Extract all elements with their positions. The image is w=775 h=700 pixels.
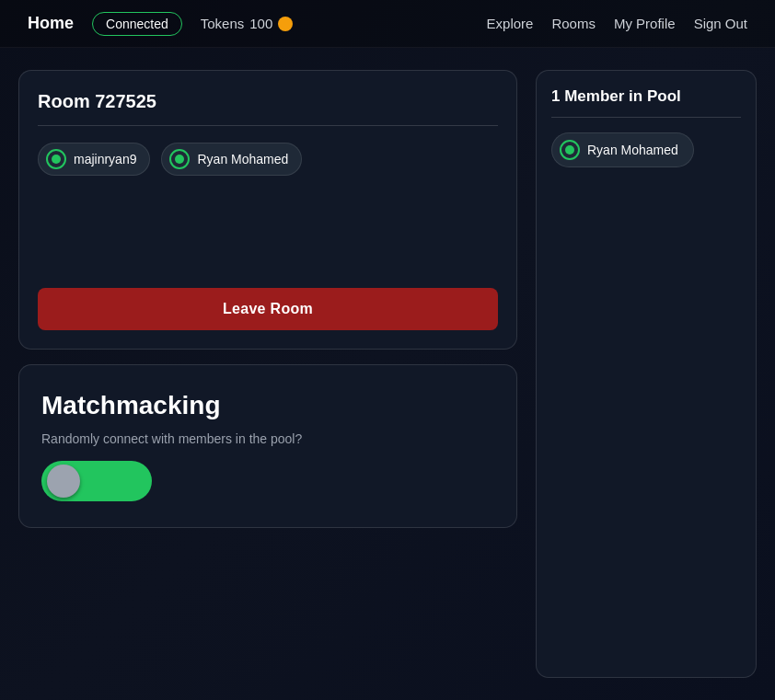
- matchmaking-toggle-wrapper: [41, 461, 494, 501]
- token-dot-icon: [278, 17, 293, 31]
- tokens-label: Tokens: [201, 16, 245, 31]
- tokens-count: 100: [249, 16, 272, 31]
- member-name-ryan-mohamed: Ryan Mohamed: [197, 152, 288, 166]
- left-panel: Room 727525 majinryan9 Ryan Mohamed Leav…: [18, 70, 517, 678]
- member-status-icon-majinryan9: [46, 149, 66, 169]
- pool-panel: 1 Member in Pool Ryan Mohamed: [536, 70, 757, 678]
- matchmaking-subtitle: Randomly connect with members in the poo…: [41, 431, 494, 446]
- nav-connected-badge: Connected: [92, 12, 182, 36]
- matchmaking-card: Matchmacking Randomly connect with membe…: [18, 364, 517, 528]
- nav-home[interactable]: Home: [28, 14, 74, 33]
- nav-rooms[interactable]: Rooms: [551, 16, 596, 31]
- member-name-majinryan9: majinryan9: [74, 152, 136, 166]
- leave-room-button[interactable]: Leave Room: [38, 288, 498, 330]
- nav-sign-out[interactable]: Sign Out: [694, 16, 747, 31]
- room-members-list: majinryan9 Ryan Mohamed: [38, 143, 498, 271]
- room-title: Room 727525: [38, 91, 498, 126]
- toggle-thumb: [47, 465, 80, 498]
- room-card: Room 727525 majinryan9 Ryan Mohamed Leav…: [18, 70, 517, 350]
- pool-member-name: Ryan Mohamed: [587, 143, 678, 157]
- navbar: Home Connected Tokens 100 Explore Rooms …: [0, 0, 775, 48]
- matchmaking-title: Matchmacking: [41, 391, 494, 420]
- member-chip-majinryan9: majinryan9: [38, 143, 150, 176]
- nav-tokens: Tokens 100: [201, 16, 294, 31]
- pool-title: 1 Member in Pool: [551, 87, 741, 118]
- nav-explore[interactable]: Explore: [487, 16, 534, 31]
- pool-member-chip-ryan-mohamed: Ryan Mohamed: [551, 132, 694, 167]
- pool-member-status-dot: [565, 145, 574, 155]
- member-status-icon-ryan-mohamed: [169, 149, 190, 169]
- pool-member-status-icon: [560, 140, 580, 160]
- nav-my-profile[interactable]: My Profile: [614, 16, 676, 31]
- member-status-dot-majinryan9: [52, 155, 61, 164]
- main-content: Room 727525 majinryan9 Ryan Mohamed Leav…: [0, 48, 775, 700]
- member-chip-ryan-mohamed: Ryan Mohamed: [161, 143, 302, 176]
- member-status-dot-ryan-mohamed: [175, 155, 184, 164]
- matchmaking-toggle[interactable]: [41, 461, 152, 501]
